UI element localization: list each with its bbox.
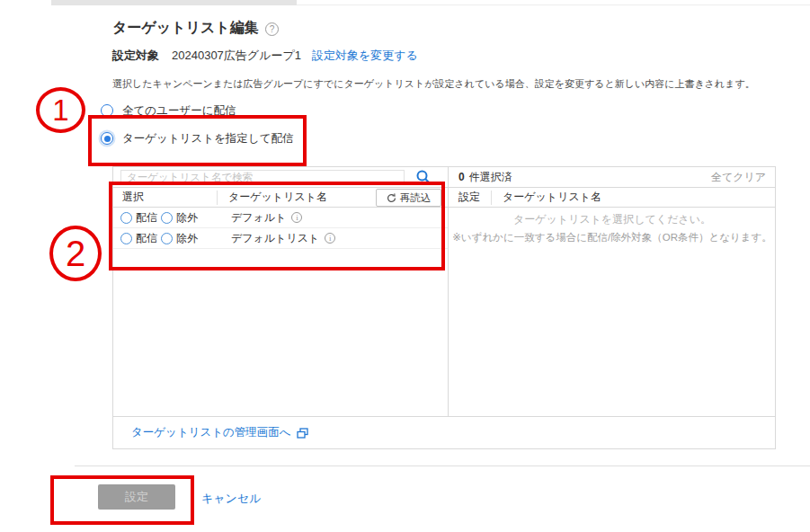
deliver-radio[interactable] bbox=[120, 233, 132, 244]
search-input[interactable] bbox=[120, 170, 405, 184]
exclude-radio[interactable] bbox=[161, 212, 173, 224]
selected-count-suffix: 件選択済 bbox=[469, 171, 512, 183]
clear-all-button[interactable]: 全てクリア bbox=[711, 167, 766, 187]
page-title: ターゲットリスト編集 bbox=[112, 19, 259, 38]
deliver-label: 配信 bbox=[136, 231, 157, 246]
target-row: 設定対象20240307広告グループ1設定対象を変更する bbox=[112, 48, 418, 64]
pane-divider bbox=[448, 167, 449, 416]
empty-state-line2: ※いずれかに一致する場合に配信/除外対象（OR条件）となります。 bbox=[449, 231, 776, 244]
option-specify-list[interactable]: ターゲットリストを指定して配信 bbox=[101, 131, 293, 146]
table-row: 配信 除外 デフォルト i bbox=[113, 208, 448, 228]
option-all-users-label: 全てのユーザーに配信 bbox=[122, 103, 236, 119]
empty-state-line1: ターゲットリストを選択してください。 bbox=[449, 212, 776, 227]
manage-target-lists-link[interactable]: ターゲットリストの管理画面へ bbox=[131, 425, 308, 440]
overwrite-notice: 選択したキャンペーンまたは広告グループにすでにターゲットリストが設定されている場… bbox=[112, 77, 755, 91]
reload-label: 再読込 bbox=[400, 191, 432, 205]
exclude-radio[interactable] bbox=[161, 233, 173, 244]
panel-footer: ターゲットリストの管理画面へ bbox=[113, 416, 775, 448]
action-divider bbox=[75, 466, 810, 466]
exclude-label: 除外 bbox=[176, 231, 198, 246]
col-header-setting: 設定 bbox=[458, 188, 480, 207]
table-header-band: 選択 ターゲットリスト名 再読込 設定 ターゲットリスト名 bbox=[113, 187, 775, 208]
radio-unselected-icon[interactable] bbox=[101, 104, 113, 117]
top-edge-bar bbox=[51, 0, 297, 5]
refresh-icon bbox=[387, 193, 396, 203]
external-link-icon bbox=[297, 428, 308, 439]
annotation-step2-circle: 2 bbox=[49, 226, 102, 281]
option-specify-list-label: ターゲットリストを指定して配信 bbox=[122, 131, 293, 146]
top-edge-line bbox=[297, 4, 810, 5]
empty-state: ターゲットリストを選択してください。 ※いずれかに一致する場合に配信/除外対象（… bbox=[449, 212, 776, 244]
cancel-link[interactable]: キャンセル bbox=[201, 491, 262, 507]
deliver-label: 配信 bbox=[136, 210, 157, 226]
target-label: 設定対象 bbox=[112, 49, 159, 62]
submit-button[interactable]: 設定 bbox=[98, 484, 175, 510]
selected-count: 0件選択済 bbox=[458, 167, 512, 187]
selected-count-number: 0 bbox=[458, 171, 465, 183]
col-header-name-right: ターゲットリスト名 bbox=[503, 188, 601, 207]
search-icon[interactable] bbox=[415, 169, 432, 185]
target-list-picker-panel: 選択 ターゲットリスト名 再読込 設定 ターゲットリスト名 配信 除外 デフォル… bbox=[112, 166, 776, 449]
change-target-link[interactable]: 設定対象を変更する bbox=[312, 49, 418, 62]
help-icon[interactable]: ? bbox=[265, 22, 279, 36]
reload-button[interactable]: 再読込 bbox=[376, 189, 441, 207]
exclude-label: 除外 bbox=[176, 210, 198, 226]
target-list-name: デフォルトリスト bbox=[231, 231, 319, 246]
annotation-step1-circle: 1 bbox=[36, 87, 85, 133]
column-divider bbox=[217, 191, 218, 205]
table-row: 配信 除外 デフォルトリスト i bbox=[113, 228, 448, 249]
manage-link-label: ターゲットリストの管理画面へ bbox=[131, 425, 291, 440]
target-list-name: デフォルト bbox=[231, 210, 286, 226]
info-icon[interactable]: i bbox=[291, 212, 302, 223]
deliver-radio[interactable] bbox=[120, 212, 132, 224]
option-all-users[interactable]: 全てのユーザーに配信 bbox=[101, 103, 236, 118]
info-icon[interactable]: i bbox=[325, 233, 335, 244]
col-header-name-left: ターゲットリスト名 bbox=[228, 188, 327, 207]
target-value: 20240307広告グループ1 bbox=[172, 49, 301, 62]
col-header-select: 選択 bbox=[122, 188, 144, 207]
radio-selected-icon[interactable] bbox=[101, 132, 113, 145]
column-divider bbox=[491, 191, 492, 205]
